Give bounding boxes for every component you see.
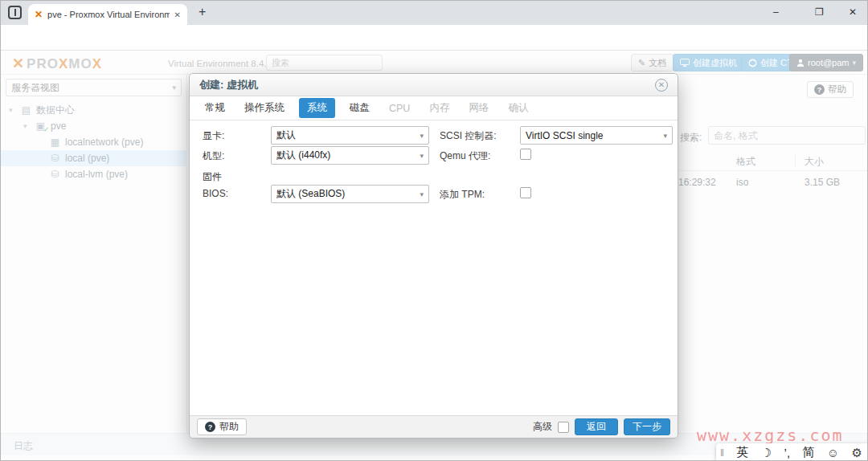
- screen: ✕ pve - Proxmox Virtual Environme ✕ + – …: [0, 0, 868, 461]
- chevron-down-icon: ▾: [420, 190, 424, 198]
- dialog-title: 创建: 虚拟机: [199, 78, 258, 92]
- dialog-header: 创建: 虚拟机 ✕: [190, 74, 678, 96]
- wizard-tabs: 常规 操作系统 系统 磁盘 CPU 内存 网络 确认: [190, 96, 678, 120]
- window-close-button[interactable]: ✕: [849, 6, 857, 18]
- ime-punctuation-toggle[interactable]: ’,: [784, 446, 791, 459]
- machine-select[interactable]: 默认 (i440fx)▾: [271, 146, 429, 165]
- back-button[interactable]: 返回: [575, 418, 618, 435]
- dialog-close-icon[interactable]: ✕: [655, 79, 668, 92]
- browser-toolbar: ← ⟳ ⊘不安全 https://192.168.21.153:8006/#v1…: [1, 25, 868, 51]
- browser-tab[interactable]: ✕ pve - Proxmox Virtual Environme ✕: [28, 4, 187, 25]
- bios-select[interactable]: 默认 (SeaBIOS)▾: [271, 185, 429, 203]
- firmware-heading: 固件: [203, 170, 222, 184]
- add-tpm-checkbox[interactable]: [520, 187, 531, 198]
- browser-tab-title: pve - Proxmox Virtual Environme: [47, 10, 170, 19]
- ime-drag-handle[interactable]: ‖: [720, 447, 724, 459]
- qemu-agent-checkbox[interactable]: [520, 149, 531, 160]
- tab-cpu: CPU: [384, 100, 415, 117]
- chevron-down-icon: ▾: [420, 152, 424, 160]
- dialog-body: 显卡: 默认▾ SCSI 控制器: VirtIO SCSI single▾ 机型…: [190, 120, 678, 417]
- advanced-label: 高级: [533, 420, 552, 434]
- qemu-agent-label: Qemu 代理:: [440, 149, 490, 163]
- ime-halfwidth-moon-icon[interactable]: ☽: [761, 446, 772, 460]
- ime-simplified-toggle[interactable]: 简: [802, 445, 814, 460]
- scsi-label: SCSI 控制器:: [440, 129, 497, 143]
- window-minimize-button[interactable]: –: [773, 6, 779, 18]
- bios-label: BIOS:: [203, 188, 228, 199]
- ime-emoji-icon[interactable]: ☺: [827, 446, 839, 459]
- watermark: www.xzgzs.com: [697, 426, 844, 445]
- tab-network: 网络: [464, 98, 493, 118]
- help-icon: ?: [205, 422, 215, 432]
- tab-confirm: 确认: [503, 98, 533, 118]
- chevron-down-icon: ▾: [663, 132, 667, 140]
- ime-toolbar: ‖ 英 ☽ ’, 简 ☺ ⚙: [716, 443, 868, 461]
- tab-memory: 内存: [424, 98, 454, 118]
- tab-actions-icon[interactable]: [8, 6, 22, 19]
- tab-disks[interactable]: 磁盘: [345, 98, 375, 118]
- window-restore-button[interactable]: ❐: [815, 6, 824, 18]
- add-tpm-label: 添加 TPM:: [440, 188, 485, 202]
- gpu-label: 显卡:: [203, 129, 224, 143]
- machine-label: 机型:: [203, 149, 224, 163]
- tab-system[interactable]: 系统: [299, 98, 335, 118]
- new-tab-button[interactable]: +: [199, 5, 206, 19]
- advanced-checkbox[interactable]: [558, 422, 569, 433]
- proxmox-favicon-icon: ✕: [35, 9, 43, 20]
- tab-general[interactable]: 常规: [200, 98, 230, 118]
- next-button[interactable]: 下一步: [624, 418, 670, 435]
- chevron-down-icon: ▾: [420, 132, 424, 140]
- tab-os[interactable]: 操作系统: [240, 98, 289, 118]
- gpu-select[interactable]: 默认▾: [271, 126, 429, 145]
- tab-close-icon[interactable]: ✕: [174, 10, 181, 19]
- ime-language-toggle[interactable]: 英: [736, 445, 748, 460]
- scsi-select[interactable]: VirtIO SCSI single▾: [520, 126, 673, 145]
- dialog-footer: ? 帮助 高级 返回 下一步: [190, 415, 678, 438]
- browser-tabstrip: ✕ pve - Proxmox Virtual Environme ✕ + – …: [1, 1, 868, 25]
- ime-settings-icon[interactable]: ⚙: [852, 446, 862, 460]
- create-vm-dialog: 创建: 虚拟机 ✕ 常规 操作系统 系统 磁盘 CPU 内存 网络 确认 显卡:…: [189, 73, 678, 439]
- dialog-help-button[interactable]: ? 帮助: [197, 418, 247, 435]
